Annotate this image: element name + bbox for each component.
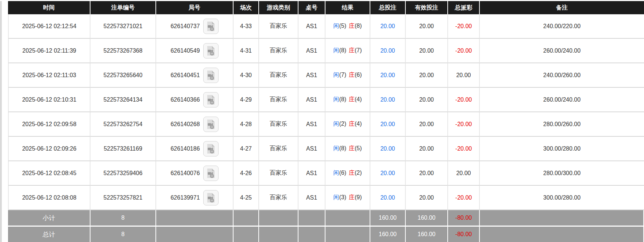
video-replay-button[interactable] [203,68,219,83]
player-points: (8) [339,47,346,53]
round-id-text: 626140366 [170,97,200,103]
bet-records-page: 时间 注单编号 局号 场次 游戏类别 桌号 结果 总投注 有效投注 总派彩 备注… [0,0,644,242]
video-replay-button[interactable] [203,43,219,58]
summary-total-bet-cell: 160.00 [370,210,406,227]
summary-label-cell: 总计 [8,227,90,242]
total-bet-cell: 20.00 [370,88,406,112]
video-replay-button[interactable] [203,190,219,205]
player-result: 闲 [333,194,339,200]
banker-result: 庄 [349,23,355,29]
video-replay-button[interactable] [203,166,219,181]
session-cell: 4-30 [234,63,259,88]
game-type-cell: 百家乐 [259,137,298,161]
banker-points: (8) [355,23,362,29]
summary-empty-game [259,210,298,227]
banker-result: 庄 [349,145,355,151]
remark-cell: 280.00/260.00 [480,112,644,137]
column-header-total-bet: 总投注 [370,1,406,14]
remark-cell: 260.00/240.00 [480,39,644,63]
remark-cell: 240.00/220.00 [480,14,644,39]
banker-points: (4) [355,121,362,127]
table-no-cell: AS1 [298,161,325,186]
banker-points: (6) [355,72,362,78]
video-replay-button[interactable] [203,92,219,107]
table-row: 2025-06-12 02:11:03 522573265640 6261404… [8,63,644,88]
remark-cell: 300.00/280.00 [480,186,644,210]
total-bet-cell: 20.00 [370,137,406,161]
time-cell: 2025-06-12 02:12:54 [8,14,90,39]
summary-payout-cell: -80.00 [448,210,480,227]
grand-total-row: 总计 8 160.00 160.00 -80.00 [8,227,644,242]
session-cell: 4-27 [234,137,259,161]
time-cell: 2025-06-12 02:09:58 [8,112,90,137]
summary-valid-bet-cell: 160.00 [406,227,448,242]
valid-bet-cell: 20.00 [406,14,448,39]
round-cell: 626139971 [156,186,234,210]
result-cell: 闲(8)庄(4) [325,88,370,112]
video-file-icon [206,94,216,105]
column-header-payout: 总派彩 [448,1,480,14]
valid-bet-cell: 20.00 [406,88,448,112]
table-row: 2025-06-12 02:12:54 522573271021 6261407… [8,14,644,39]
session-cell: 4-26 [234,161,259,186]
banker-result: 庄 [349,72,355,78]
bet-id-cell: 522573264134 [90,88,156,112]
video-file-icon [206,45,216,56]
time-cell: 2025-06-12 02:08:45 [8,161,90,186]
valid-bet-cell: 20.00 [406,39,448,63]
session-cell: 4-29 [234,88,259,112]
player-result: 闲 [333,145,339,151]
valid-bet-cell: 20.00 [406,161,448,186]
bet-id-cell: 522573265640 [90,63,156,88]
remark-cell: 260.00/240.00 [480,88,644,112]
table-row: 2025-06-12 02:09:26 522573261169 6261401… [8,137,644,161]
player-result: 闲 [333,170,339,176]
table-no-cell: AS1 [298,63,325,88]
game-type-cell: 百家乐 [259,14,298,39]
video-replay-button[interactable] [203,19,219,34]
payout-cell: -20.00 [448,14,480,39]
bet-id-cell: 522573259406 [90,161,156,186]
video-replay-button[interactable] [203,141,219,156]
time-cell: 2025-06-12 02:11:39 [8,39,90,63]
column-header-time: 时间 [8,1,90,14]
session-cell: 4-25 [234,186,259,210]
player-result: 闲 [333,23,339,29]
total-bet-cell: 20.00 [370,39,406,63]
video-file-icon [206,70,216,81]
round-cell: 626140076 [156,161,234,186]
banker-points: (9) [355,194,362,200]
player-result: 闲 [333,96,339,102]
summary-empty-remark [480,227,644,242]
round-id-text: 626140451 [170,72,200,79]
total-bet-cell: 20.00 [370,63,406,88]
table-no-cell: AS1 [298,14,325,39]
banker-result: 庄 [349,96,355,102]
game-type-cell: 百家乐 [259,63,298,88]
summary-empty-table [298,227,325,242]
payout-cell: -20.00 [448,88,480,112]
column-header-round-id: 局号 [156,1,234,14]
table-row: 2025-06-12 02:08:08 522573257821 6261399… [8,186,644,210]
bet-id-cell: 522573262754 [90,112,156,137]
total-bet-cell: 20.00 [370,186,406,210]
table-no-cell: AS1 [298,112,325,137]
time-cell: 2025-06-12 02:11:03 [8,63,90,88]
round-id-text: 626139971 [170,194,200,201]
video-file-icon [206,168,216,179]
video-file-icon [206,119,216,130]
round-cell: 626140186 [156,137,234,161]
banker-result: 庄 [349,121,355,127]
round-cell: 626140549 [156,39,234,63]
video-replay-button[interactable] [203,117,219,132]
round-cell: 626140451 [156,63,234,88]
column-header-table-no: 桌号 [298,1,325,14]
banker-points: (2) [355,170,362,176]
summary-empty-round [156,210,234,227]
table-no-cell: AS1 [298,137,325,161]
summary-empty-game [259,227,298,242]
header-row: 时间 注单编号 局号 场次 游戏类别 桌号 结果 总投注 有效投注 总派彩 备注 [8,1,644,14]
valid-bet-cell: 20.00 [406,137,448,161]
bet-id-cell: 522573261169 [90,137,156,161]
time-cell: 2025-06-12 02:10:31 [8,88,90,112]
